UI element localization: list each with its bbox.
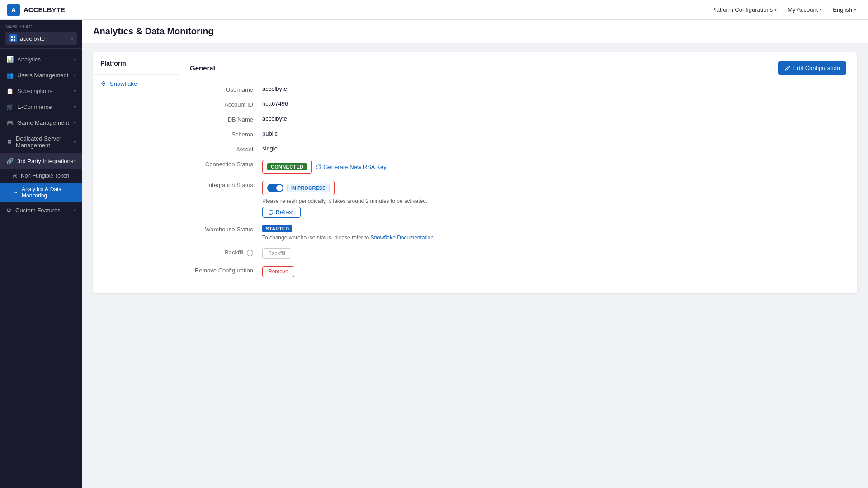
refresh-icon <box>268 210 274 215</box>
sidebar-item-dedicated-server[interactable]: 🖥 Dedicated Server Management ▾ <box>0 131 82 153</box>
sidebar-item-custom-features[interactable]: ⚙ Custom Features ▾ <box>0 202 82 218</box>
connection-status-box: CONNECTED <box>262 160 312 174</box>
integration-status-value: IN PROGRESS Please refresh periodically,… <box>262 181 427 218</box>
nft-icon: ◎ <box>13 173 17 179</box>
connection-status-badge: CONNECTED <box>267 163 307 170</box>
brand-name: ACCELBYTE <box>24 6 65 14</box>
namespace-selector[interactable]: accelbyte ▾ <box>5 32 77 45</box>
general-section-title: General <box>190 64 215 72</box>
panel-main: General Edit Configuration Username ac <box>179 52 857 293</box>
refresh-button[interactable]: Refresh <box>262 207 301 218</box>
chevron-down-icon: ▾ <box>820 7 822 12</box>
integration-hint: Please refresh periodically, it takes ar… <box>262 198 427 204</box>
svg-rect-0 <box>11 36 13 38</box>
namespace-label: NAMESPACE <box>5 24 77 29</box>
edit-icon <box>785 65 791 71</box>
page-title: Analytics & Data Monitoring <box>93 26 857 37</box>
warehouse-status-value: STARTED To change warehouse status, plea… <box>262 225 434 241</box>
sidebar-subitem-non-fungible-token[interactable]: ◎ Non-Fungible Token <box>0 169 82 183</box>
chevron-down-icon: ▾ <box>74 140 76 145</box>
sidebar-item-users-management[interactable]: 👥 Users Management ▾ <box>0 67 82 83</box>
chevron-down-icon: ▾ <box>774 7 777 12</box>
svg-rect-2 <box>11 39 13 41</box>
form-row-model: Model single <box>190 145 846 153</box>
refresh-icon <box>316 164 321 170</box>
db-name-label: DB Name <box>190 115 262 123</box>
platform-configurations-dropdown[interactable]: Platform Configurations ▾ <box>707 4 781 16</box>
form-row-account-id: Account ID hca67496 <box>190 100 846 108</box>
ecommerce-icon: 🛒 <box>6 103 14 110</box>
page-header: Analytics & Data Monitoring <box>82 20 868 43</box>
form-row-integration-status: Integration Status IN PROGRESS Please re… <box>190 181 846 218</box>
schema-value: public <box>262 130 278 137</box>
platform-item-snowflake[interactable]: ⚙ Snowflake <box>93 76 179 91</box>
brand: A ACCELBYTE <box>7 4 65 16</box>
content-area: Analytics & Data Monitoring Platform ⚙ S… <box>82 20 868 488</box>
form-row-username: Username accelbyte <box>190 85 846 93</box>
sidebar-item-subscriptions[interactable]: 📋 Subscriptions ▾ <box>0 83 82 99</box>
edit-configuration-button[interactable]: Edit Configuration <box>778 61 846 75</box>
integration-status-box: IN PROGRESS <box>262 181 335 195</box>
snowflake-icon: ⚙ <box>100 80 106 87</box>
db-name-value: accelbyte <box>262 115 287 122</box>
panel-layout: Platform ⚙ Snowflake General <box>93 52 857 293</box>
integration-status-badge: IN PROGRESS <box>287 184 330 192</box>
warehouse-status-badge: STARTED <box>262 225 292 232</box>
username-value: accelbyte <box>262 85 287 92</box>
chevron-down-icon: ▾ <box>71 36 73 41</box>
form-row-remove-configuration: Remove Configuration Remove <box>190 266 846 277</box>
users-icon: 👥 <box>6 72 14 79</box>
chevron-down-icon: ▾ <box>74 104 76 109</box>
chevron-down-icon: ▾ <box>74 57 76 62</box>
analytics-icon: 📊 <box>6 56 14 63</box>
snowflake-documentation-link[interactable]: Snowflake Documentation <box>370 235 433 241</box>
my-account-dropdown[interactable]: My Account ▾ <box>783 4 826 16</box>
namespace-name: accelbyte <box>20 35 68 42</box>
main-layout: NAMESPACE accelbyte ▾ 📊 Analytics ▾ 👥 <box>0 20 868 488</box>
page-body: Platform ⚙ Snowflake General <box>82 43 868 488</box>
backfill-label: Backfill i <box>190 248 262 256</box>
remove-configuration-label: Remove Configuration <box>190 266 262 274</box>
generate-rsa-key-link[interactable]: Generate New RSA Key <box>316 164 386 170</box>
sidebar-subitem-analytics-data-monitoring[interactable]: → Analytics & Data Monitoring <box>0 183 82 202</box>
model-label: Model <box>190 145 262 153</box>
chevron-down-icon: ▾ <box>74 208 76 213</box>
game-icon: 🎮 <box>6 119 14 126</box>
form-row-db-name: DB Name accelbyte <box>190 115 846 123</box>
connection-status-value: CONNECTED Generate New RSA Key <box>262 160 387 174</box>
sidebar: NAMESPACE accelbyte ▾ 📊 Analytics ▾ 👥 <box>0 20 82 488</box>
chevron-down-icon: ▾ <box>74 159 76 164</box>
warehouse-hint: To change warehouse status, please refer… <box>262 235 434 241</box>
panel-main-header: General Edit Configuration <box>190 61 846 75</box>
platform-sidebar-title: Platform <box>93 60 179 72</box>
sidebar-item-3rd-party[interactable]: 🔗 3rd Party Integrations ▾ <box>0 153 82 169</box>
language-dropdown[interactable]: English ▾ <box>828 4 861 16</box>
remove-button[interactable]: Remove <box>262 266 294 277</box>
account-id-value: hca67496 <box>262 100 288 107</box>
model-value: single <box>262 145 278 152</box>
warehouse-status-label: Warehouse Status <box>190 225 262 233</box>
backfill-info-icon: i <box>247 250 253 256</box>
integration-status-toggle[interactable] <box>267 184 283 192</box>
form-row-backfill: Backfill i Backfill <box>190 248 846 259</box>
namespace-icon <box>9 34 17 42</box>
sidebar-item-ecommerce[interactable]: 🛒 E-Commerce ▾ <box>0 99 82 115</box>
form-row-connection-status: Connection Status CONNECTED <box>190 160 846 174</box>
chevron-down-icon: ▾ <box>74 120 76 125</box>
backfill-button[interactable]: Backfill <box>262 248 291 259</box>
platform-sidebar: Platform ⚙ Snowflake <box>93 52 179 293</box>
form-row-schema: Schema public <box>190 130 846 138</box>
brand-icon: A <box>7 4 20 16</box>
svg-rect-1 <box>14 36 15 38</box>
subscriptions-icon: 📋 <box>6 88 14 94</box>
form-row-warehouse-status: Warehouse Status STARTED To change wareh… <box>190 225 846 241</box>
analytics-sub-icon: → <box>13 189 18 196</box>
account-id-label: Account ID <box>190 100 262 108</box>
chevron-down-icon: ▾ <box>74 73 76 78</box>
sidebar-menu: 📊 Analytics ▾ 👥 Users Management ▾ 📋 Sub… <box>0 49 82 221</box>
sidebar-item-game-management[interactable]: 🎮 Game Management ▾ <box>0 115 82 131</box>
sidebar-item-analytics[interactable]: 📊 Analytics ▾ <box>0 52 82 67</box>
schema-label: Schema <box>190 130 262 138</box>
integrations-icon: 🔗 <box>6 158 14 164</box>
chevron-down-icon: ▾ <box>854 7 856 12</box>
